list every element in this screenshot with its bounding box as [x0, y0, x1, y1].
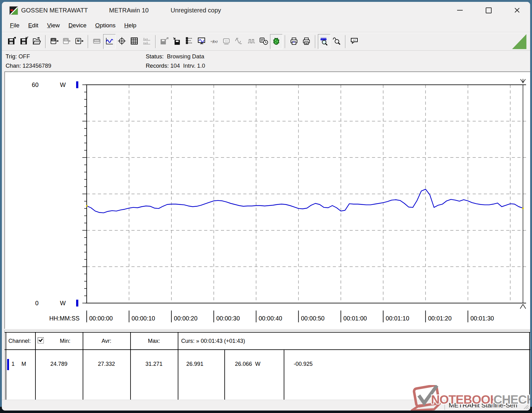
- memory-export-icon: M: [75, 36, 84, 47]
- maximize-button[interactable]: [480, 4, 497, 16]
- monitor-button[interactable]: [195, 34, 208, 49]
- export-file-button: [158, 34, 171, 49]
- pulse-wave-button: [245, 34, 258, 49]
- minimize-button[interactable]: [452, 4, 468, 16]
- channel-setup-button[interactable]: [183, 34, 195, 49]
- send-device-button: 321: [61, 34, 73, 49]
- svg-text:00:00:40: 00:00:40: [259, 315, 282, 322]
- svg-text:1257: 1257: [95, 40, 99, 42]
- pulse-wave-icon: [247, 36, 256, 47]
- table-view-button[interactable]: [128, 34, 140, 49]
- close-button[interactable]: [509, 4, 525, 16]
- menu-item-edit[interactable]: Edit: [24, 20, 43, 31]
- channel-checkbox[interactable]: [38, 337, 44, 343]
- import-file-button[interactable]: [171, 34, 183, 49]
- power-chart[interactable]: 00:00:0000:00:1000:00:2000:00:3000:00:40…: [5, 72, 530, 329]
- row-cursor-a-value: 26.991: [178, 361, 212, 367]
- debug-button[interactable]: [270, 34, 282, 49]
- zoom-waveform-icon: [319, 36, 329, 47]
- toolbar-separator: [155, 35, 156, 48]
- svg-text:1/2: 1/2: [353, 39, 356, 41]
- device-status-cell: METRAHit Starline-Seri: [444, 401, 527, 410]
- annotation-button[interactable]: 1/2: [348, 34, 360, 49]
- comment-balloon-icon: 1/2: [350, 36, 359, 47]
- menu-item-view[interactable]: View: [43, 20, 64, 31]
- svg-text:321: 321: [52, 39, 55, 41]
- save-button[interactable]: [6, 34, 18, 49]
- sine-wave-icon: [234, 36, 244, 47]
- read-device-button[interactable]: 321: [48, 34, 61, 49]
- print-button[interactable]: [300, 34, 313, 49]
- y-range-marker-bottom[interactable]: [76, 300, 78, 306]
- menu-item-help[interactable]: Help: [120, 20, 141, 31]
- save-as-button[interactable]: [18, 34, 30, 49]
- svg-text:HH:MM:SS: HH:MM:SS: [49, 315, 80, 322]
- svg-text:00:00:20: 00:00:20: [174, 315, 198, 322]
- y-range-marker-top[interactable]: [76, 81, 78, 88]
- menu-item-file[interactable]: File: [6, 20, 24, 31]
- floppy-import-icon: [20, 36, 29, 47]
- waveform-chart-icon: [105, 36, 114, 47]
- svg-text:00:00:00: 00:00:00: [89, 315, 113, 322]
- svg-text:=f(x): =f(x): [210, 39, 218, 43]
- open-button[interactable]: [30, 34, 43, 49]
- disk-export-icon: [160, 36, 169, 47]
- svg-text:W: W: [60, 300, 66, 306]
- printer-icon: [302, 36, 311, 47]
- chan-status: Chan: 123456789: [6, 62, 51, 69]
- resize-grip[interactable]: [522, 402, 529, 409]
- minimize-icon: [457, 10, 463, 11]
- checkmark-icon: [39, 338, 43, 342]
- row-max-value: 31.271: [130, 361, 178, 367]
- device-name: METRAHit Starline-Seri: [449, 402, 517, 409]
- toolbar-separator: [45, 35, 46, 48]
- svg-text:00:00:30: 00:00:30: [216, 315, 240, 322]
- menu-item-device[interactable]: Device: [64, 20, 91, 31]
- table-header-cursor: Curs: » 00:01:43 (+01:43): [181, 338, 245, 344]
- device-display-button: 321: [220, 34, 233, 49]
- stats-table: Channel: Min: Avr: Max: Curs: » 00:01:43…: [4, 330, 530, 401]
- memory-read-button[interactable]: M: [73, 34, 85, 49]
- toolbar-separator: [345, 35, 346, 48]
- svg-text:00:00:50: 00:00:50: [301, 315, 325, 322]
- svg-text:M: M: [77, 39, 80, 43]
- close-icon: [514, 7, 520, 13]
- xy-scope-button[interactable]: [116, 34, 128, 49]
- svg-text:60: 60: [32, 81, 39, 88]
- app-logo-icon: [9, 6, 18, 15]
- zoom-mode-button[interactable]: [318, 34, 330, 49]
- toolbar-separator: [88, 35, 89, 48]
- channel1-series-line: [87, 189, 523, 213]
- channel-color-bar: [7, 359, 9, 370]
- bargraph-view-button: [140, 34, 153, 49]
- status-strip: Trig: OFF Chan: 123456789 Status: Browsi…: [2, 51, 530, 70]
- row-cursor-b-value: 26.066 W: [224, 361, 271, 367]
- lcd-321-icon: 321: [222, 36, 231, 47]
- toolbar-corner-triangle: [512, 34, 526, 49]
- svg-text:00:00:10: 00:00:10: [131, 315, 155, 322]
- table-header-avr: Avr:: [83, 338, 130, 344]
- print-preview-icon: [289, 36, 299, 47]
- title-bar: GOSSEN METRAWATT METRAwin 10 Unregistere…: [2, 2, 530, 19]
- license-label: Unregistered copy: [171, 7, 221, 14]
- floppy-export-icon: [7, 36, 16, 47]
- bug-icon: [272, 36, 281, 47]
- menu-item-options[interactable]: Options: [91, 20, 120, 31]
- chart-view-button[interactable]: [103, 34, 116, 49]
- zoom-out-button[interactable]: [330, 34, 343, 49]
- chart-panel[interactable]: 00:00:0000:00:1000:00:2000:00:3000:00:40…: [4, 71, 530, 329]
- meter-export-icon: 321: [50, 36, 59, 47]
- clock-settings-icon: [259, 36, 268, 47]
- cursor-b-dot: [522, 207, 524, 209]
- table-header-min: Min:: [48, 338, 83, 344]
- browse-status: Status: Browsing Data: [146, 53, 204, 60]
- timer-config-button[interactable]: [258, 34, 270, 49]
- open-folder-icon: [32, 36, 41, 47]
- zoom-out-icon: [332, 36, 341, 47]
- chart-gridlines: [87, 85, 526, 303]
- formula-button[interactable]: =f(x): [208, 34, 220, 49]
- svg-text:00:01:20: 00:01:20: [428, 315, 452, 322]
- cursor-a-dot: [86, 205, 88, 207]
- print-preview-button[interactable]: [288, 34, 300, 49]
- menu-bar: FileEditViewDeviceOptionsHelp: [2, 19, 530, 32]
